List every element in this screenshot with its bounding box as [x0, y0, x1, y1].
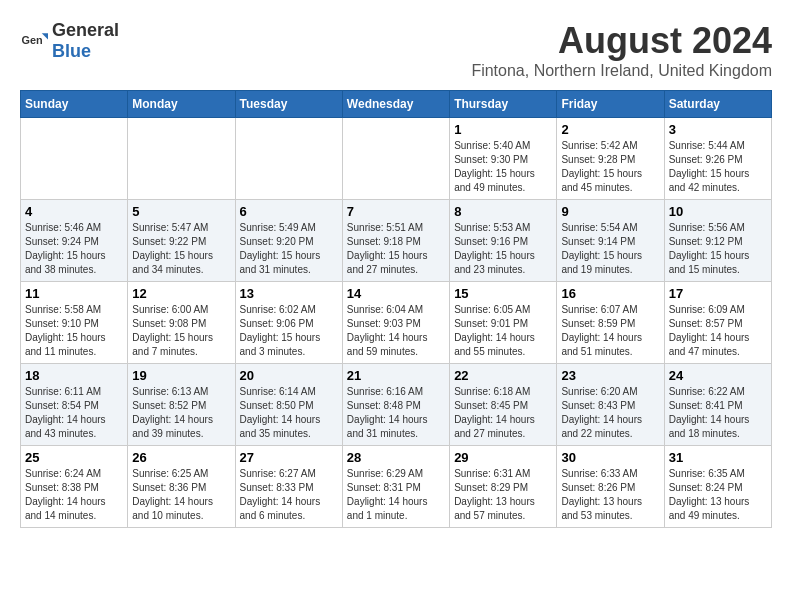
day-info: Sunrise: 6:27 AM Sunset: 8:33 PM Dayligh…	[240, 467, 338, 523]
day-number: 30	[561, 450, 659, 465]
day-info: Sunrise: 6:25 AM Sunset: 8:36 PM Dayligh…	[132, 467, 230, 523]
calendar-header-row: SundayMondayTuesdayWednesdayThursdayFrid…	[21, 91, 772, 118]
day-info: Sunrise: 5:42 AM Sunset: 9:28 PM Dayligh…	[561, 139, 659, 195]
day-info: Sunrise: 5:56 AM Sunset: 9:12 PM Dayligh…	[669, 221, 767, 277]
week-row-3: 11Sunrise: 5:58 AM Sunset: 9:10 PM Dayli…	[21, 282, 772, 364]
day-number: 1	[454, 122, 552, 137]
day-info: Sunrise: 6:07 AM Sunset: 8:59 PM Dayligh…	[561, 303, 659, 359]
subtitle: Fintona, Northern Ireland, United Kingdo…	[471, 62, 772, 80]
day-info: Sunrise: 5:54 AM Sunset: 9:14 PM Dayligh…	[561, 221, 659, 277]
calendar-cell: 3Sunrise: 5:44 AM Sunset: 9:26 PM Daylig…	[664, 118, 771, 200]
day-number: 15	[454, 286, 552, 301]
logo-general: General	[52, 20, 119, 40]
day-info: Sunrise: 6:22 AM Sunset: 8:41 PM Dayligh…	[669, 385, 767, 441]
calendar-cell	[21, 118, 128, 200]
calendar-cell	[235, 118, 342, 200]
day-number: 31	[669, 450, 767, 465]
day-info: Sunrise: 5:47 AM Sunset: 9:22 PM Dayligh…	[132, 221, 230, 277]
logo-icon: Gen	[20, 27, 48, 55]
day-number: 8	[454, 204, 552, 219]
calendar-cell: 24Sunrise: 6:22 AM Sunset: 8:41 PM Dayli…	[664, 364, 771, 446]
day-info: Sunrise: 5:46 AM Sunset: 9:24 PM Dayligh…	[25, 221, 123, 277]
day-number: 24	[669, 368, 767, 383]
calendar-cell: 6Sunrise: 5:49 AM Sunset: 9:20 PM Daylig…	[235, 200, 342, 282]
day-number: 27	[240, 450, 338, 465]
column-header-wednesday: Wednesday	[342, 91, 449, 118]
column-header-friday: Friday	[557, 91, 664, 118]
calendar-cell: 23Sunrise: 6:20 AM Sunset: 8:43 PM Dayli…	[557, 364, 664, 446]
day-info: Sunrise: 5:51 AM Sunset: 9:18 PM Dayligh…	[347, 221, 445, 277]
day-info: Sunrise: 6:13 AM Sunset: 8:52 PM Dayligh…	[132, 385, 230, 441]
calendar-cell: 7Sunrise: 5:51 AM Sunset: 9:18 PM Daylig…	[342, 200, 449, 282]
day-number: 10	[669, 204, 767, 219]
day-info: Sunrise: 6:05 AM Sunset: 9:01 PM Dayligh…	[454, 303, 552, 359]
main-title: August 2024	[471, 20, 772, 62]
day-number: 19	[132, 368, 230, 383]
calendar-cell: 29Sunrise: 6:31 AM Sunset: 8:29 PM Dayli…	[450, 446, 557, 528]
calendar-cell: 2Sunrise: 5:42 AM Sunset: 9:28 PM Daylig…	[557, 118, 664, 200]
day-number: 3	[669, 122, 767, 137]
day-number: 17	[669, 286, 767, 301]
calendar-cell	[342, 118, 449, 200]
calendar-cell: 31Sunrise: 6:35 AM Sunset: 8:24 PM Dayli…	[664, 446, 771, 528]
calendar-cell: 5Sunrise: 5:47 AM Sunset: 9:22 PM Daylig…	[128, 200, 235, 282]
calendar-cell: 21Sunrise: 6:16 AM Sunset: 8:48 PM Dayli…	[342, 364, 449, 446]
day-number: 29	[454, 450, 552, 465]
calendar-cell: 9Sunrise: 5:54 AM Sunset: 9:14 PM Daylig…	[557, 200, 664, 282]
day-number: 7	[347, 204, 445, 219]
day-number: 22	[454, 368, 552, 383]
calendar-cell: 1Sunrise: 5:40 AM Sunset: 9:30 PM Daylig…	[450, 118, 557, 200]
calendar-cell: 30Sunrise: 6:33 AM Sunset: 8:26 PM Dayli…	[557, 446, 664, 528]
day-info: Sunrise: 5:44 AM Sunset: 9:26 PM Dayligh…	[669, 139, 767, 195]
calendar-cell: 10Sunrise: 5:56 AM Sunset: 9:12 PM Dayli…	[664, 200, 771, 282]
day-number: 12	[132, 286, 230, 301]
calendar-cell: 27Sunrise: 6:27 AM Sunset: 8:33 PM Dayli…	[235, 446, 342, 528]
day-info: Sunrise: 5:49 AM Sunset: 9:20 PM Dayligh…	[240, 221, 338, 277]
week-row-5: 25Sunrise: 6:24 AM Sunset: 8:38 PM Dayli…	[21, 446, 772, 528]
day-number: 16	[561, 286, 659, 301]
day-number: 25	[25, 450, 123, 465]
day-number: 23	[561, 368, 659, 383]
day-info: Sunrise: 6:04 AM Sunset: 9:03 PM Dayligh…	[347, 303, 445, 359]
calendar-cell: 11Sunrise: 5:58 AM Sunset: 9:10 PM Dayli…	[21, 282, 128, 364]
day-info: Sunrise: 5:58 AM Sunset: 9:10 PM Dayligh…	[25, 303, 123, 359]
calendar-cell: 4Sunrise: 5:46 AM Sunset: 9:24 PM Daylig…	[21, 200, 128, 282]
day-number: 11	[25, 286, 123, 301]
day-number: 4	[25, 204, 123, 219]
day-number: 2	[561, 122, 659, 137]
day-number: 9	[561, 204, 659, 219]
calendar-cell: 14Sunrise: 6:04 AM Sunset: 9:03 PM Dayli…	[342, 282, 449, 364]
column-header-tuesday: Tuesday	[235, 91, 342, 118]
column-header-monday: Monday	[128, 91, 235, 118]
calendar-cell: 22Sunrise: 6:18 AM Sunset: 8:45 PM Dayli…	[450, 364, 557, 446]
calendar-cell: 20Sunrise: 6:14 AM Sunset: 8:50 PM Dayli…	[235, 364, 342, 446]
calendar-cell	[128, 118, 235, 200]
day-info: Sunrise: 6:31 AM Sunset: 8:29 PM Dayligh…	[454, 467, 552, 523]
day-number: 28	[347, 450, 445, 465]
calendar-cell: 8Sunrise: 5:53 AM Sunset: 9:16 PM Daylig…	[450, 200, 557, 282]
calendar-cell: 16Sunrise: 6:07 AM Sunset: 8:59 PM Dayli…	[557, 282, 664, 364]
calendar-cell: 12Sunrise: 6:00 AM Sunset: 9:08 PM Dayli…	[128, 282, 235, 364]
calendar-cell: 17Sunrise: 6:09 AM Sunset: 8:57 PM Dayli…	[664, 282, 771, 364]
title-area: August 2024 Fintona, Northern Ireland, U…	[471, 20, 772, 80]
week-row-4: 18Sunrise: 6:11 AM Sunset: 8:54 PM Dayli…	[21, 364, 772, 446]
week-row-1: 1Sunrise: 5:40 AM Sunset: 9:30 PM Daylig…	[21, 118, 772, 200]
calendar-cell: 15Sunrise: 6:05 AM Sunset: 9:01 PM Dayli…	[450, 282, 557, 364]
column-header-sunday: Sunday	[21, 91, 128, 118]
logo-blue: Blue	[52, 41, 91, 61]
column-header-thursday: Thursday	[450, 91, 557, 118]
day-info: Sunrise: 6:14 AM Sunset: 8:50 PM Dayligh…	[240, 385, 338, 441]
day-info: Sunrise: 6:29 AM Sunset: 8:31 PM Dayligh…	[347, 467, 445, 523]
page-header: Gen General Blue August 2024 Fintona, No…	[20, 20, 772, 80]
day-number: 13	[240, 286, 338, 301]
day-info: Sunrise: 6:18 AM Sunset: 8:45 PM Dayligh…	[454, 385, 552, 441]
day-info: Sunrise: 6:16 AM Sunset: 8:48 PM Dayligh…	[347, 385, 445, 441]
day-number: 20	[240, 368, 338, 383]
svg-text:Gen: Gen	[22, 34, 43, 46]
calendar-cell: 18Sunrise: 6:11 AM Sunset: 8:54 PM Dayli…	[21, 364, 128, 446]
column-header-saturday: Saturday	[664, 91, 771, 118]
day-number: 26	[132, 450, 230, 465]
day-info: Sunrise: 6:02 AM Sunset: 9:06 PM Dayligh…	[240, 303, 338, 359]
day-info: Sunrise: 6:35 AM Sunset: 8:24 PM Dayligh…	[669, 467, 767, 523]
calendar-cell: 25Sunrise: 6:24 AM Sunset: 8:38 PM Dayli…	[21, 446, 128, 528]
